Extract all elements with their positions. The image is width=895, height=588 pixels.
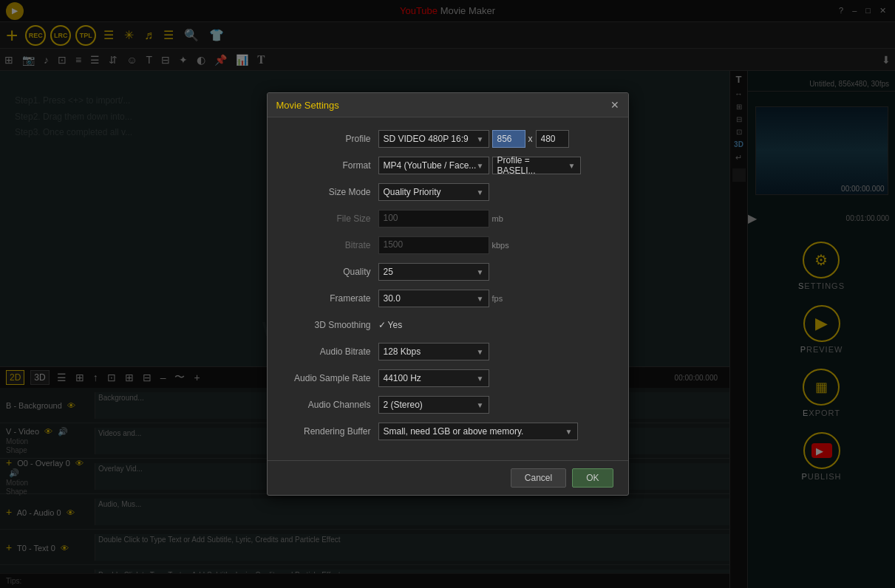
format-row: Format MP4 (YouTube / Face... ▼ Profile … [282,156,613,175]
smoothing-control: ✓ Yes [378,320,613,330]
profile-height-input[interactable] [536,130,569,148]
cancel-button[interactable]: Cancel [511,468,566,488]
audio-bitrate-select[interactable]: 128 Kbps ▼ [378,343,489,360]
bitrate-input: 1500 [378,236,489,254]
profile-row: Profile SD VIDEO 480P 16:9 ▼ x [282,129,613,148]
bitrate-label: Bitrate [282,240,378,250]
smoothing-label: 3D Smoothing [282,320,378,330]
format-select[interactable]: MP4 (YouTube / Face... ▼ [378,157,489,174]
size-mode-label: Size Mode [282,187,378,197]
modal-title: Movie Settings [276,100,339,111]
file-size-control: 100 mb [378,210,613,228]
size-mode-control: Quality Priority ▼ [378,183,613,201]
framerate-unit: fps [492,294,503,303]
audio-bitrate-label: Audio Bitrate [282,346,378,357]
smoothing-row: 3D Smoothing ✓ Yes [282,315,613,335]
smoothing-value: ✓ Yes [378,320,403,330]
format-control: MP4 (YouTube / Face... ▼ Profile = BASEL… [378,157,613,174]
format-label: Format [282,160,378,171]
bitrate-row: Bitrate 1500 kbps [282,236,613,255]
ok-button[interactable]: OK [572,468,613,488]
format-profile-select[interactable]: Profile = BASELI... ▼ [492,157,581,174]
profile-x-label: x [528,134,533,144]
render-buffer-row: Rendering Buffer Small, need 1GB or abov… [282,422,613,441]
quality-label: Quality [282,267,378,277]
audio-channels-control: 2 (Stereo) ▼ [378,396,613,414]
profile-label: Profile [282,134,378,144]
render-buffer-label: Rendering Buffer [282,426,378,437]
quality-control: 25 ▼ [378,263,613,281]
framerate-label: Framerate [282,293,378,304]
size-mode-row: Size Mode Quality Priority ▼ [282,182,613,202]
bitrate-control: 1500 kbps [378,236,613,254]
modal-footer: Cancel OK [268,460,628,495]
audio-sample-label: Audio Sample Rate [282,373,378,383]
modal-close-button[interactable]: ✕ [610,99,619,111]
render-buffer-control: Small, need 1GB or above memory. ▼ [378,423,613,440]
framerate-select[interactable]: 30.0 ▼ [378,290,489,307]
file-size-unit: mb [492,214,503,223]
profile-width-input[interactable] [492,130,525,148]
modal-body: Profile SD VIDEO 480P 16:9 ▼ x Format MP… [268,117,628,460]
framerate-row: Framerate 30.0 ▼ fps [282,289,613,308]
bitrate-unit: kbps [492,241,509,250]
profile-select[interactable]: SD VIDEO 480P 16:9 ▼ [378,130,489,148]
audio-channels-select[interactable]: 2 (Stereo) ▼ [378,396,489,414]
audio-sample-row: Audio Sample Rate 44100 Hz ▼ [282,369,613,388]
file-size-input: 100 [378,210,489,228]
size-mode-select[interactable]: Quality Priority ▼ [378,183,489,201]
quality-select[interactable]: 25 ▼ [378,263,489,281]
audio-channels-label: Audio Channels [282,400,378,410]
movie-settings-modal: Movie Settings ✕ Profile SD VIDEO 480P 1… [267,92,629,496]
quality-row: Quality 25 ▼ [282,262,613,281]
file-size-label: File Size [282,213,378,224]
audio-bitrate-control: 128 Kbps ▼ [378,343,613,360]
audio-channels-row: Audio Channels 2 (Stereo) ▼ [282,395,613,414]
profile-control: SD VIDEO 480P 16:9 ▼ x [378,130,613,148]
file-size-row: File Size 100 mb [282,209,613,228]
modal-header: Movie Settings ✕ [268,93,628,117]
audio-sample-control: 44100 Hz ▼ [378,369,613,387]
framerate-control: 30.0 ▼ fps [378,290,613,307]
audio-bitrate-row: Audio Bitrate 128 Kbps ▼ [282,342,613,361]
audio-sample-select[interactable]: 44100 Hz ▼ [378,369,489,387]
modal-overlay: Movie Settings ✕ Profile SD VIDEO 480P 1… [0,0,895,588]
render-buffer-select[interactable]: Small, need 1GB or above memory. ▼ [378,423,578,440]
